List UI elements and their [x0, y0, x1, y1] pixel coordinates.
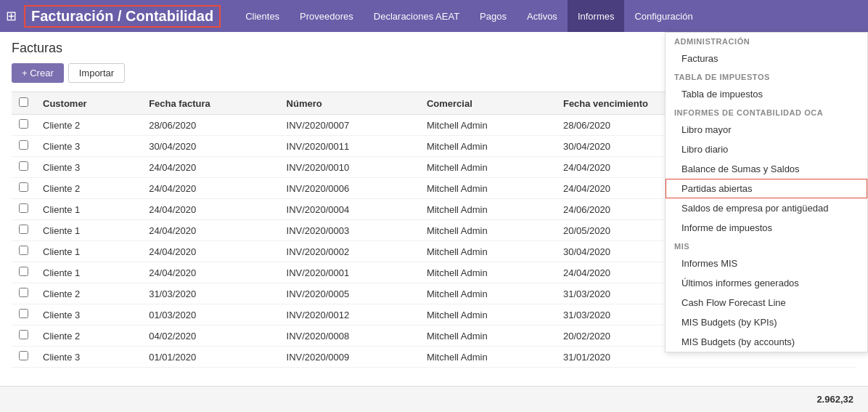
row-checkbox[interactable] [19, 140, 28, 150]
dropdown-item[interactable]: MIS Budgets (by accounts) [666, 332, 867, 352]
row-checkbox[interactable] [19, 309, 28, 318]
cell-fecha-factura: 24/04/2020 [142, 262, 279, 283]
col-comercial: Comercial [419, 92, 556, 115]
cell-customer: Cliente 1 [36, 199, 142, 220]
cell-fecha-factura: 24/04/2020 [142, 199, 279, 220]
cell-fecha-factura: 24/04/2020 [142, 178, 279, 199]
nav-item-informes[interactable]: Informes [568, 0, 625, 32]
row-checkbox[interactable] [19, 288, 28, 297]
dropdown-item[interactable]: Facturas [666, 49, 867, 68]
nav-item-declaraciones[interactable]: Declaraciones AEAT [364, 0, 470, 32]
dropdown-item[interactable]: Partidas abiertas [666, 179, 867, 198]
dropdown-item[interactable]: Informe de impuestos [666, 218, 867, 238]
cell-fecha-factura: 31/03/2020 [142, 283, 279, 304]
cell-numero: INV/2020/0006 [279, 178, 419, 199]
dropdown-item[interactable]: Tabla de impuestos [666, 84, 867, 104]
cell-fecha-factura: 28/06/2020 [142, 115, 279, 136]
cell-fecha-factura: 01/03/2020 [142, 304, 279, 326]
dropdown-item[interactable]: Últimos informes generados [666, 273, 867, 293]
row-checkbox-cell[interactable] [12, 326, 36, 347]
cell-numero: INV/2020/0005 [279, 283, 419, 304]
cell-customer: Cliente 2 [36, 115, 142, 136]
cell-fecha-factura: 30/04/2020 [142, 136, 279, 157]
cell-customer: Cliente 3 [36, 136, 142, 157]
dropdown-item[interactable]: Libro diario [666, 140, 867, 159]
cell-comercial: Mitchell Admin [419, 136, 556, 157]
cell-comercial: Mitchell Admin [419, 178, 556, 199]
cell-comercial: Mitchell Admin [419, 326, 556, 347]
cell-comercial: Mitchell Admin [419, 220, 556, 241]
row-checkbox[interactable] [19, 203, 28, 213]
cell-numero: INV/2020/0011 [279, 136, 419, 157]
nav-item-proveedores[interactable]: Proveedores [290, 0, 364, 32]
dropdown-item[interactable]: Cash Flow Forecast Line [666, 293, 867, 312]
row-checkbox-cell[interactable] [12, 157, 36, 178]
cell-fecha-factura: 24/04/2020 [142, 241, 279, 262]
row-checkbox[interactable] [19, 330, 28, 339]
import-button[interactable]: Importar [68, 63, 125, 83]
cell-comercial: Mitchell Admin [419, 157, 556, 178]
cell-numero: INV/2020/0004 [279, 199, 419, 220]
dropdown-item[interactable]: Saldos de empresa por antigüedad [666, 198, 867, 218]
create-button[interactable]: + Crear [12, 63, 64, 83]
cell-numero: INV/2020/0002 [279, 241, 419, 262]
nav-item-activos[interactable]: Activos [517, 0, 568, 32]
cell-comercial: Mitchell Admin [419, 199, 556, 220]
grid-icon[interactable]: ⊞ [6, 8, 17, 24]
row-checkbox-cell[interactable] [12, 136, 36, 157]
row-checkbox[interactable] [19, 267, 28, 276]
nav-item-pagos[interactable]: Pagos [470, 0, 517, 32]
row-checkbox-cell[interactable] [12, 178, 36, 199]
row-checkbox-cell[interactable] [12, 241, 36, 262]
cell-fecha-factura: 04/02/2020 [142, 326, 279, 347]
cell-numero: INV/2020/0003 [279, 220, 419, 241]
cell-fecha-factura: 24/04/2020 [142, 157, 279, 178]
row-checkbox[interactable] [19, 119, 28, 129]
row-checkbox[interactable] [19, 161, 28, 171]
cell-comercial: Mitchell Admin [419, 262, 556, 283]
row-checkbox-cell[interactable] [12, 220, 36, 241]
dropdown-item[interactable]: Libro mayor [666, 120, 867, 140]
cell-customer: Cliente 1 [36, 220, 142, 241]
cell-comercial: Mitchell Admin [419, 115, 556, 136]
nav-item-clientes[interactable]: Clientes [235, 0, 290, 32]
cell-customer: Cliente 1 [36, 262, 142, 283]
dropdown-item[interactable]: MIS Budgets (by KPIs) [666, 312, 867, 332]
select-all-header[interactable] [12, 92, 36, 115]
app-title: Facturación / Contabilidad [24, 5, 221, 28]
row-checkbox-cell[interactable] [12, 262, 36, 283]
row-checkbox[interactable] [19, 225, 28, 234]
cell-numero: INV/2020/0012 [279, 304, 419, 326]
cell-customer: Cliente 1 [36, 241, 142, 262]
row-checkbox[interactable] [19, 351, 28, 360]
select-all-checkbox[interactable] [19, 97, 28, 107]
cell-customer: Cliente 3 [36, 347, 142, 368]
total-amount: 2.962,32 [816, 394, 853, 405]
row-checkbox-cell[interactable] [12, 199, 36, 220]
dropdown-section-label: Tabla de impuestos [666, 68, 867, 84]
dropdown-item[interactable]: Balance de Sumas y Saldos [666, 159, 867, 179]
cell-comercial: Mitchell Admin [419, 241, 556, 262]
col-fecha-factura: Fecha factura [142, 92, 279, 115]
row-checkbox-cell[interactable] [12, 115, 36, 136]
cell-numero: INV/2020/0001 [279, 262, 419, 283]
nav-menu: Clientes Proveedores Declaraciones AEAT … [235, 0, 703, 32]
row-checkbox[interactable] [19, 182, 28, 192]
dropdown-item[interactable]: Informes MIS [666, 254, 867, 273]
nav-item-configuracion[interactable]: Configuración [624, 0, 703, 32]
dropdown-section-label: MIS [666, 238, 867, 254]
top-navigation: ⊞ Facturación / Contabilidad Clientes Pr… [0, 0, 868, 32]
cell-customer: Cliente 3 [36, 157, 142, 178]
dropdown-section-label: Administración [666, 33, 867, 49]
cell-comercial: Mitchell Admin [419, 283, 556, 304]
cell-numero: INV/2020/0009 [279, 347, 419, 368]
cell-customer: Cliente 3 [36, 304, 142, 326]
row-checkbox-cell[interactable] [12, 283, 36, 304]
cell-numero: INV/2020/0010 [279, 157, 419, 178]
row-checkbox[interactable] [19, 246, 28, 255]
cell-comercial: Mitchell Admin [419, 347, 556, 368]
cell-customer: Cliente 2 [36, 283, 142, 304]
informes-dropdown: AdministraciónFacturasTabla de impuestos… [665, 32, 868, 352]
row-checkbox-cell[interactable] [12, 347, 36, 368]
row-checkbox-cell[interactable] [12, 304, 36, 326]
